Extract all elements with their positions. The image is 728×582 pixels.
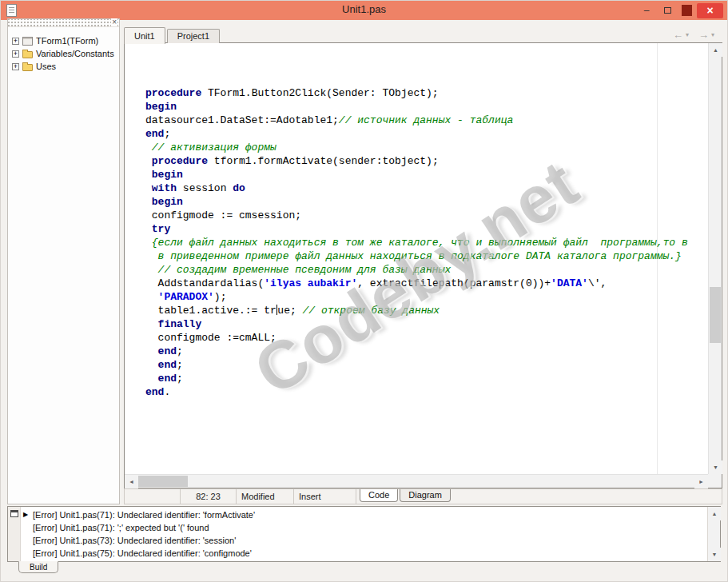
code-segment: begin xyxy=(145,101,177,113)
code-line[interactable]: // создадим временные псевдоним для базы… xyxy=(145,263,688,277)
code-line[interactable]: end. xyxy=(145,385,688,399)
code-line[interactable]: begin xyxy=(145,168,688,181)
code-segment: tform1.formActivate(sender:tobject); xyxy=(208,155,439,167)
message-scroll-up-button[interactable]: ▲ xyxy=(708,507,721,520)
code-segment: with xyxy=(152,182,177,194)
scroll-left-button[interactable]: ◄ xyxy=(125,475,138,488)
code-line[interactable]: procedure tform1.formActivate(sender:tob… xyxy=(145,154,688,168)
tree-item[interactable]: +TForm1(TForm) xyxy=(8,34,119,47)
status-rest: CodeDiagram xyxy=(356,489,722,504)
tree-item[interactable]: +Uses xyxy=(8,60,119,73)
code-segment: do xyxy=(233,182,245,194)
structure-tree: +TForm1(TForm)+Variables/Constants+Uses xyxy=(8,27,119,73)
close-button[interactable]: × xyxy=(697,3,723,18)
code-segment: ; xyxy=(177,345,183,357)
forward-button[interactable]: →▾ xyxy=(698,29,714,41)
message-row[interactable]: [Error] Unit1.pas(75): Undeclared identi… xyxy=(22,547,706,560)
code-segment: Addstandardalias( xyxy=(145,277,264,289)
code-line[interactable]: Addstandardalias('ilyas aubakir', extrac… xyxy=(145,277,688,290)
back-icon: ← xyxy=(673,29,683,41)
editor: procedure TForm1.Button2Click(Sender: TO… xyxy=(124,42,722,488)
expander-icon[interactable]: + xyxy=(12,63,19,70)
message-row[interactable]: [Error] Unit1.pas(71): ';' expected but … xyxy=(22,521,706,534)
error-marker-icon: ▶ xyxy=(23,508,28,521)
code-segment: ; xyxy=(177,359,183,371)
code-segment: end xyxy=(158,359,177,371)
message-scroll-down-button[interactable]: ▼ xyxy=(708,548,721,561)
status-bar: 82: 23 Modified Insert CodeDiagram xyxy=(124,488,722,504)
vertical-scrollbar-thumb[interactable] xyxy=(710,287,721,343)
code-segment: procedure xyxy=(152,155,208,167)
code-line[interactable]: configmode := cmsession; xyxy=(145,209,688,222)
scroll-up-button[interactable]: ▲ xyxy=(709,43,722,57)
code-segment: // активизация формы xyxy=(145,142,276,153)
minimize-button[interactable]: – xyxy=(637,3,656,18)
code-line[interactable]: 'PARADOX'); xyxy=(145,290,688,304)
pane-close-button[interactable]: × xyxy=(111,18,117,26)
code-segment: в приведенном примере файл данных находи… xyxy=(145,250,682,262)
scroll-up-icon: ▲ xyxy=(712,511,718,516)
code-line[interactable]: with session do xyxy=(145,181,688,195)
code-line[interactable]: // активизация формы xyxy=(145,141,688,154)
code-segment: ); xyxy=(214,291,227,303)
tree-item-label: Uses xyxy=(36,62,56,71)
code-segment: 'DATA' xyxy=(551,277,588,289)
scroll-right-button[interactable]: ► xyxy=(694,475,708,488)
code-segment: ; xyxy=(177,373,183,385)
code-segment xyxy=(145,345,158,357)
scroll-left-icon: ◄ xyxy=(129,479,134,484)
code-segment: datasource1.DataSet:=Adotable1; xyxy=(145,114,339,126)
tree-item-label: Variables/Constants xyxy=(36,49,114,58)
editor-vertical-scrollbar[interactable]: ▲ ▼ xyxy=(708,43,722,474)
build-tab-label: Build xyxy=(30,563,47,572)
code-segment xyxy=(145,318,158,330)
code-line[interactable]: в приведенном примере файл данных находи… xyxy=(145,249,688,263)
close-icon: × xyxy=(706,4,713,17)
code-segment: table1.active.:= tr xyxy=(145,305,276,317)
view-tab-code[interactable]: Code xyxy=(360,489,398,502)
scroll-down-button[interactable]: ▼ xyxy=(709,460,722,474)
code-segment: ue; xyxy=(277,305,302,317)
message-row[interactable]: ▶[Error] Unit1.pas(71): Undeclared ident… xyxy=(22,508,706,521)
code-line[interactable]: end; xyxy=(145,345,688,358)
tab-unit1[interactable]: Unit1 xyxy=(124,27,165,44)
code-segment: end xyxy=(158,373,177,385)
code-segment xyxy=(145,155,152,167)
code-segment: . xyxy=(164,386,170,398)
code-segment xyxy=(145,169,152,181)
structure-pane: × +TForm1(TForm)+Variables/Constants+Use… xyxy=(7,18,120,504)
editor-horizontal-scrollbar[interactable]: ◄ ► xyxy=(125,474,708,488)
code-line[interactable]: table1.active.:= true; // откроем базу д… xyxy=(145,304,688,317)
code-area[interactable]: procedure TForm1.Button2Click(Sender: TO… xyxy=(125,43,708,474)
code-segment: // создадим временные псевдоним для базы… xyxy=(145,264,451,276)
code-line[interactable]: begin xyxy=(145,100,688,114)
code-line[interactable]: finally xyxy=(145,317,688,331)
horizontal-scrollbar-thumb[interactable] xyxy=(138,476,188,487)
back-button[interactable]: ←▾ xyxy=(673,29,689,41)
code-segment xyxy=(145,373,158,385)
tree-item[interactable]: +Variables/Constants xyxy=(8,47,119,60)
message-scrollbar[interactable]: ▲ ▼ xyxy=(707,507,720,561)
code-line[interactable]: end; xyxy=(145,127,688,141)
code-line[interactable]: begin xyxy=(145,195,688,209)
folder-icon xyxy=(22,64,33,71)
message-text: [Error] Unit1.pas(71): Undeclared identi… xyxy=(33,510,255,520)
code-line[interactable]: procedure TForm1.Button2Click(Sender: TO… xyxy=(145,86,688,100)
message-panel-icon xyxy=(10,510,18,517)
maximize-icon xyxy=(664,7,671,14)
maximize-button[interactable] xyxy=(658,3,677,18)
code-line[interactable]: configmode :=cmALL; xyxy=(145,331,688,345)
code-line[interactable]: datasource1.DataSet:=Adotable1;// источн… xyxy=(145,114,688,127)
message-row[interactable]: [Error] Unit1.pas(73): Undeclared identi… xyxy=(22,534,706,547)
code-line[interactable]: end; xyxy=(145,372,688,385)
code-line[interactable]: {если файл данных находиться в том же ка… xyxy=(145,236,688,249)
scroll-up-icon: ▲ xyxy=(713,47,718,53)
expander-icon[interactable]: + xyxy=(12,38,19,45)
tab-project1[interactable]: Project1 xyxy=(167,29,220,43)
pane-grip[interactable]: × xyxy=(8,19,119,27)
view-tab-diagram[interactable]: Diagram xyxy=(400,489,451,502)
build-tab[interactable]: Build xyxy=(18,561,58,573)
code-line[interactable]: end; xyxy=(145,358,688,372)
code-line[interactable]: try xyxy=(145,222,688,236)
expander-icon[interactable]: + xyxy=(12,50,19,58)
